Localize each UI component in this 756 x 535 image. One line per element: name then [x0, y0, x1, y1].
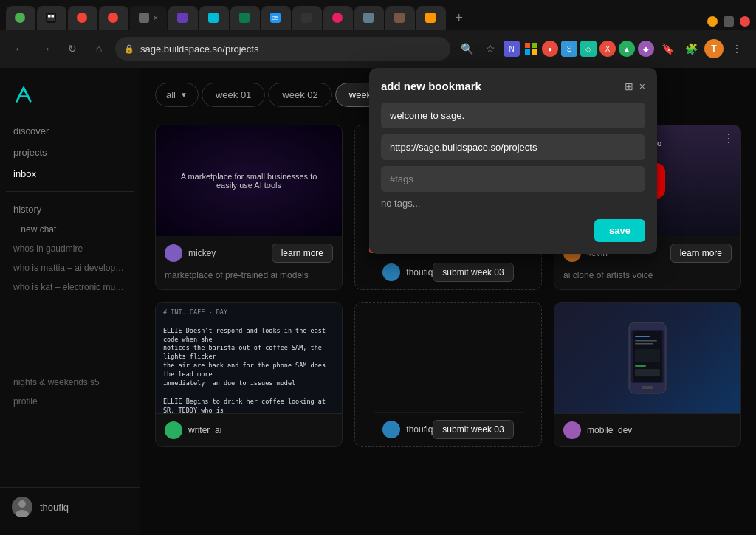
card-more-button[interactable]: ⋮ — [723, 131, 735, 145]
ext-icon-8[interactable]: ◆ — [638, 41, 654, 57]
sidebar-item-inbox[interactable]: inbox — [6, 164, 134, 184]
svg-rect-14 — [635, 340, 657, 342]
lock-icon: 🔒 — [124, 44, 134, 54]
bookmark-url-input[interactable] — [381, 134, 645, 160]
browser-tab-7[interactable] — [199, 6, 229, 30]
close-button[interactable] — [740, 16, 750, 27]
bookmark-split-icon[interactable]: ⊞ — [625, 80, 633, 92]
card-empty-2-footer: thoufiq submit week 03 — [374, 412, 522, 446]
browser-tab-3[interactable] — [68, 6, 97, 30]
week-tab-02[interactable]: week 02 — [268, 83, 331, 107]
mobile-phone-icon — [625, 321, 670, 395]
ext-icon-6[interactable]: X — [599, 41, 616, 57]
week-tab-all[interactable]: all ▼ — [155, 83, 199, 107]
code-line-6: ELLIE Begins to drink her coffee looking… — [163, 398, 334, 413]
sidebar-history-item-3[interactable]: who is kat – electronic musi... — [6, 278, 134, 296]
week-tab-01[interactable]: week 01 — [202, 83, 265, 107]
card-empty-user: thoufiq — [382, 263, 433, 281]
star-icon[interactable]: ☆ — [480, 38, 501, 59]
card-empty-2: thoufiq submit week 03 — [354, 302, 542, 447]
card-marketplace-avatar — [165, 244, 182, 262]
sidebar-item-discover[interactable]: discover — [6, 121, 134, 141]
home-button[interactable]: ⌂ — [89, 38, 109, 59]
bookmark-save-button[interactable]: save — [594, 219, 645, 242]
sidebar-nav: discover projects inbox — [0, 121, 140, 184]
tab-close-icon[interactable]: × — [154, 14, 158, 22]
sidebar-item-profile[interactable]: profile — [6, 392, 134, 411]
profile-avatar[interactable]: T — [704, 39, 724, 58]
forward-button[interactable]: → — [35, 38, 56, 59]
card-marketplace-user: mickey — [165, 244, 216, 262]
restore-button[interactable] — [724, 16, 734, 27]
ext-icon-3[interactable]: ● — [542, 41, 558, 57]
address-bar[interactable]: 🔒 sage.buildspace.so/projects — [115, 37, 450, 61]
sidebar-history-item-1[interactable]: whos in gaudmire — [6, 240, 134, 258]
search-icon[interactable]: 🔍 — [456, 38, 477, 59]
sidebar-bottom: nights & weekends s5 profile — [0, 367, 140, 417]
card-mobile: mobile_dev — [554, 302, 741, 447]
ext-icon-4[interactable]: S — [561, 41, 577, 57]
card-marketplace-description: marketplace of pre-trained ai models — [156, 270, 342, 289]
card-marketplace-image: A marketplace for small businesses to ea… — [156, 125, 342, 236]
code-line-3: notices the barista out of coffee SAM, t… — [163, 344, 334, 362]
browser-tab-13[interactable] — [385, 6, 415, 30]
bookmark-header: add new bookmark ⊞ × — [381, 80, 645, 92]
browser-tab-14[interactable] — [416, 6, 446, 30]
bookmark-title: add new bookmark — [381, 80, 481, 92]
svg-point-7 — [18, 500, 26, 508]
extensions-icon[interactable]: 🧩 — [681, 38, 701, 59]
browser-tab-6[interactable] — [168, 6, 198, 30]
back-button[interactable]: ← — [9, 38, 30, 59]
ext-notion-icon[interactable]: N — [504, 41, 520, 57]
ext-icon-7[interactable]: ▲ — [619, 41, 635, 57]
browser-tab-11[interactable] — [323, 6, 353, 30]
submit-week03-button[interactable]: submit week 03 — [433, 263, 513, 282]
svg-rect-16 — [635, 349, 660, 362]
card-mobile-avatar — [563, 421, 581, 439]
bookmark-tags-input[interactable] — [381, 166, 645, 192]
sidebar-history-item-2[interactable]: who is mattia – ai developer... — [6, 259, 134, 277]
marketplace-learn-more-button[interactable]: learn more — [272, 244, 333, 263]
card-marketplace-username: mickey — [188, 248, 216, 258]
svg-rect-11 — [642, 386, 653, 389]
sidebar-item-nights[interactable]: nights & weekends s5 — [6, 373, 134, 392]
bookmark-footer: save — [381, 219, 645, 242]
svg-rect-1 — [48, 15, 51, 18]
browser-tab-active[interactable]: × — [130, 6, 167, 30]
browser-tab-10[interactable] — [292, 6, 322, 30]
bookmarks-icon[interactable]: 🔖 — [657, 38, 678, 59]
youtube-learn-more-button[interactable]: learn more — [670, 244, 732, 263]
sidebar-new-chat[interactable]: + new chat — [6, 221, 134, 238]
reload-button[interactable]: ↻ — [62, 38, 83, 59]
browser-tab-1[interactable] — [6, 6, 35, 30]
bookmark-close-icon[interactable]: × — [639, 80, 645, 92]
ext-windows-icon[interactable] — [523, 41, 539, 57]
sidebar-item-projects[interactable]: projects — [6, 142, 134, 162]
code-line-4: the air are back and for the phone SAM d… — [163, 362, 334, 379]
browser-tab-12[interactable] — [354, 6, 384, 30]
svg-rect-5 — [525, 49, 530, 55]
no-tags-text: no tags... — [381, 198, 645, 209]
card-code-username: writer_ai — [188, 425, 221, 435]
browser-tab-4[interactable] — [99, 6, 128, 30]
svg-rect-18 — [635, 369, 660, 376]
ext-icon-5[interactable]: ◇ — [580, 41, 597, 57]
browser-chrome: × 35 + — [0, 0, 756, 68]
bookmark-popup: add new bookmark ⊞ × no tags... save — [369, 68, 657, 254]
card-empty-avatar — [382, 263, 400, 281]
bookmark-name-input[interactable] — [381, 103, 645, 128]
svg-rect-4 — [532, 43, 537, 48]
minimize-button[interactable] — [707, 16, 718, 27]
card-empty-2-user: thoufiq — [382, 421, 433, 438]
submit-week03-button-2[interactable]: submit week 03 — [433, 420, 513, 439]
menu-icon[interactable]: ⋮ — [726, 38, 747, 59]
code-line-1: # INT. CAFE - DAY — [163, 308, 334, 317]
browser-tab-8[interactable] — [230, 6, 260, 30]
sidebar-username: thoufiq — [40, 502, 69, 513]
sidebar-logo — [0, 77, 140, 121]
browser-tab-35[interactable]: 35 — [261, 6, 291, 30]
new-tab-button[interactable]: + — [447, 6, 471, 30]
svg-rect-3 — [525, 43, 530, 48]
browser-tab-2[interactable] — [37, 6, 66, 30]
code-line-2: ELLIE Doesn't respond and looks in the e… — [163, 327, 334, 345]
